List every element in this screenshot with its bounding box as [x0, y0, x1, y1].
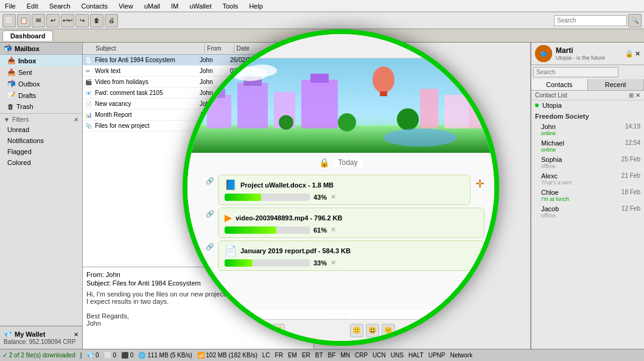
- marti-lock-icon[interactable]: 🔒: [625, 50, 634, 58]
- download-row-1: 🔗 ▶ video-2003948893.mp4 - 796.2 KB 61% …: [206, 208, 485, 238]
- outbox-label: Outbox: [18, 80, 40, 88]
- wallet-header: 💎 My Wallet ✕: [4, 331, 79, 338]
- email-subject-6: Files for new project: [94, 122, 198, 129]
- trash-icon: 🗑: [7, 103, 14, 110]
- sidebar-item-colored[interactable]: Colored: [0, 157, 82, 168]
- progress-pct-2: 33%: [313, 259, 327, 267]
- main-search-input[interactable]: [554, 15, 627, 26]
- link-icon-1: 🔗: [206, 210, 214, 218]
- main-search-btn[interactable]: 🔍: [628, 14, 642, 27]
- contact-item-alexc[interactable]: Alexc 21 Feb That's a win!: [531, 171, 644, 188]
- sidebar-item-drafts[interactable]: 📝 Drafts: [0, 89, 82, 101]
- svg-rect-10: [310, 74, 329, 83]
- inbox-label: Inbox: [18, 57, 36, 65]
- contact-item-utopia[interactable]: Utopia: [531, 100, 644, 111]
- svg-rect-6: [237, 83, 268, 128]
- contact-item-jacob[interactable]: Jacob 12 Feb offline: [531, 204, 644, 220]
- tab-contacts[interactable]: Contacts: [531, 79, 588, 90]
- filters-collapse[interactable]: ✕: [74, 116, 79, 123]
- toolbar-btn-1[interactable]: ⬜: [2, 14, 16, 27]
- flagged-label: Flagged: [7, 148, 32, 155]
- stat-bt: BT: [315, 352, 323, 359]
- menu-edit[interactable]: Edit: [24, 2, 41, 10]
- vlc-icon: ▶: [225, 212, 232, 223]
- svg-rect-4: [207, 95, 231, 128]
- sidebar-item-inbox[interactable]: 📥 Inbox: [0, 55, 82, 66]
- col-header-from[interactable]: From: [205, 44, 234, 53]
- svg-rect-17: [469, 101, 490, 128]
- progress-pct-0: 43%: [313, 194, 327, 201]
- svg-rect-20: [380, 91, 387, 96]
- progress-fill-2: [225, 259, 253, 267]
- menu-tools[interactable]: Tools: [220, 2, 240, 10]
- sidebar-item-outbox[interactable]: 📬 Outbox: [0, 78, 82, 89]
- toolbar-btn-5[interactable]: ↩↩: [61, 14, 74, 27]
- wallet-close-icon[interactable]: ✕: [74, 331, 79, 338]
- marti-close-icon[interactable]: ✕: [635, 50, 640, 58]
- email-icon-1: ✏: [83, 68, 94, 74]
- tab-dashboard[interactable]: Dashboard: [2, 30, 53, 41]
- utopia-name: Utopia: [542, 102, 562, 109]
- stat-download: 📶 102 MB (182 KB/s): [197, 352, 257, 359]
- marti-name: Marti: [556, 46, 605, 55]
- contact-item-john[interactable]: John 14:19 online: [531, 122, 644, 138]
- menu-contacts[interactable]: Contacts: [79, 2, 110, 10]
- menu-umail[interactable]: uMail: [142, 2, 163, 10]
- right-sidebar: 🔷 Marti Utopia - is the future 🔒 ✕ Conta…: [531, 43, 644, 361]
- toolbar-btn-3[interactable]: ✉: [32, 14, 45, 27]
- sidebar-item-unread[interactable]: Unread: [0, 124, 82, 135]
- sent-label: Sent: [18, 69, 32, 76]
- progress-bg-0: [225, 194, 310, 201]
- cancel-download-2[interactable]: ✕: [331, 259, 336, 267]
- menu-im[interactable]: IM: [169, 2, 181, 10]
- toolbar-btn-7[interactable]: 🗑: [90, 14, 103, 27]
- download-row-2: 🔗 📄 January 2019 report.pdf - 584.3 KB 3…: [206, 240, 485, 271]
- sidebar-item-trash[interactable]: 🗑 Trash: [0, 101, 82, 112]
- word-icon: 📘: [225, 179, 237, 191]
- svg-rect-5: [213, 89, 225, 98]
- toolbar-btn-2[interactable]: 📋: [17, 14, 30, 27]
- svg-point-18: [452, 66, 474, 88]
- cancel-download-0[interactable]: ✕: [331, 193, 336, 201]
- right-search-input[interactable]: [533, 67, 618, 77]
- download-row-0: 🔗 📘 Project uWallet.docx - 1.8 MB 43% ✕: [206, 175, 485, 205]
- chat-image-banner: [187, 58, 494, 153]
- contact-item-sophia[interactable]: Sophia 25 Feb offline: [531, 155, 644, 171]
- sidebar-item-sent[interactable]: 📤 Sent: [0, 66, 82, 78]
- stat-ucn: UCN: [373, 352, 386, 359]
- menu-uwallet[interactable]: uWallet: [187, 2, 214, 10]
- contact-group-freedom: Freedom Society: [531, 111, 644, 122]
- contact-item-chloe[interactable]: Chloe 18 Feb I'm at lunch: [531, 188, 644, 204]
- progress-bg-1: [225, 226, 310, 234]
- circle-inner: J John online 📹 📞 🖥 🔍 💳 ✕: [187, 34, 494, 341]
- contact-name-alexc: Alexc 21 Feb: [541, 172, 640, 180]
- stat-lc: LC: [262, 352, 270, 359]
- utopia-status-dot: [535, 103, 539, 107]
- drag-icon-0[interactable]: ✛: [475, 177, 485, 191]
- progress-bg-2: [225, 259, 310, 267]
- toolbar-btn-6[interactable]: ↪: [75, 14, 89, 27]
- tab-recent[interactable]: Recent: [588, 79, 645, 90]
- contact-name-chloe: Chloe 18 Feb: [541, 189, 640, 196]
- download-progress-row-2: 33% ✕: [225, 259, 478, 267]
- chat-scroll-area[interactable]: 🔒 Today 🔗 📘 Project uWallet.docx - 1.8 M…: [187, 153, 494, 310]
- sidebar-item-flagged[interactable]: Flagged: [0, 146, 82, 157]
- wallet-bar: 💎 My Wallet ✕ Balance: 952.109094 CRP: [0, 326, 83, 349]
- svg-rect-15: [420, 89, 438, 128]
- cancel-download-1[interactable]: ✕: [331, 226, 336, 234]
- notifications-label: Notifications: [7, 137, 44, 144]
- stat-uns: UNS: [391, 352, 404, 359]
- sidebar-filters-header: ▼ Filters ✕: [0, 113, 82, 124]
- menu-search[interactable]: Search: [47, 2, 73, 10]
- col-header-subject[interactable]: Subject: [93, 44, 205, 53]
- menu-file[interactable]: File: [2, 2, 18, 10]
- contact-item-michael[interactable]: Michael 12:54 online: [531, 138, 644, 155]
- sidebar-item-notifications[interactable]: Notifications: [0, 135, 82, 146]
- separator-1: |: [80, 352, 82, 359]
- sidebar-mailbox-header: 📬 Mailbox: [0, 43, 82, 55]
- toolbar-btn-4[interactable]: ↩: [46, 14, 60, 27]
- contact-status-jacob: offline: [541, 212, 640, 219]
- menu-help[interactable]: Help: [247, 2, 265, 10]
- menu-view[interactable]: View: [116, 2, 136, 10]
- toolbar-btn-8[interactable]: 🖨: [105, 14, 118, 27]
